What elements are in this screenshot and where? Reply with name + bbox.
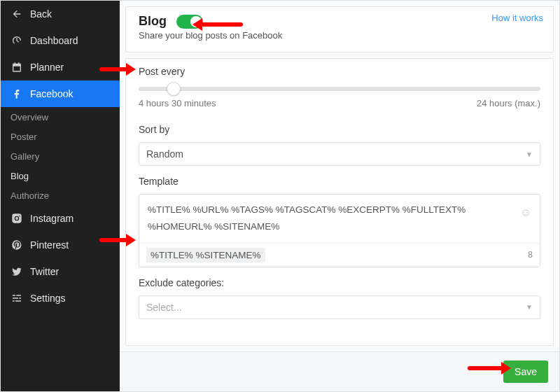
sidebar-item-label: Back — [30, 8, 52, 20]
slider-knob[interactable] — [167, 82, 181, 96]
sidebar-item-dashboard[interactable]: Dashboard — [1, 27, 120, 54]
save-button[interactable]: Save — [503, 360, 548, 383]
sidebar-sub-label: Poster — [10, 132, 37, 142]
sliders-icon — [10, 293, 23, 304]
chevron-down-icon: ▼ — [526, 303, 533, 311]
sidebar-item-label: Instagram — [30, 213, 74, 224]
header-card: How it works Blog Share your blog posts … — [125, 6, 554, 52]
sidebar-item-settings[interactable]: Settings — [1, 285, 120, 312]
sidebar-sub-overview[interactable]: Overview — [1, 107, 120, 127]
page-subtitle: Share your blog posts on Facebook — [139, 30, 540, 41]
template-value: %TITLE% %SITENAME% — [146, 248, 265, 262]
sort-by-select[interactable]: Random ▼ — [139, 142, 540, 166]
post-every-label: Post every — [139, 66, 540, 77]
exclude-categories-label: Exclude categories: — [139, 277, 540, 288]
sidebar-sub-label: Overview — [10, 112, 48, 122]
enable-toggle[interactable] — [176, 15, 203, 29]
sidebar-item-label: Facebook — [30, 88, 73, 99]
sidebar-item-label: Pinterest — [30, 239, 69, 251]
sort-by-label: Sort by — [139, 124, 540, 135]
post-interval-slider[interactable] — [139, 87, 540, 91]
sidebar-sub-poster[interactable]: Poster — [1, 127, 120, 146]
main-content: How it works Blog Share your blog posts … — [120, 1, 559, 391]
instagram-icon — [10, 213, 23, 224]
sidebar-item-label: Dashboard — [30, 35, 78, 46]
sidebar: Back Dashboard Planner Facebook Overview… — [1, 1, 120, 391]
sidebar-sub-label: Blog — [10, 171, 29, 181]
facebook-icon — [10, 88, 23, 99]
template-box: %TITLE% %URL% %TAGS% %TAGSCAT% %EXCERPT%… — [139, 194, 540, 267]
sidebar-sub-blog[interactable]: Blog — [1, 166, 120, 186]
template-placeholders[interactable]: %TITLE% %URL% %TAGS% %TAGSCAT% %EXCERPT%… — [139, 195, 540, 243]
sidebar-item-label: Planner — [30, 62, 64, 73]
sidebar-item-label: Twitter — [30, 266, 59, 277]
form-card: Post every 4 hours 30 minutes 24 hours (… — [125, 58, 554, 346]
page-title: Blog — [139, 14, 167, 29]
how-it-works-link[interactable]: How it works — [491, 13, 543, 23]
twitter-icon — [10, 266, 23, 277]
sidebar-sub-gallery[interactable]: Gallery — [1, 146, 120, 166]
slider-max-label: 24 hours (max.) — [477, 98, 540, 108]
emoji-icon[interactable]: ☺ — [520, 203, 531, 223]
sidebar-item-planner[interactable]: Planner — [1, 54, 120, 80]
sidebar-item-instagram[interactable]: Instagram — [1, 205, 120, 232]
sort-by-value: Random — [146, 148, 183, 160]
back-button[interactable]: Back — [1, 1, 120, 27]
template-char-count: 8 — [528, 250, 533, 260]
template-label: Template — [139, 176, 540, 187]
sidebar-sub-label: Authorize — [10, 190, 49, 201]
slider-min-label: 4 hours 30 minutes — [139, 98, 216, 108]
template-input[interactable]: %TITLE% %SITENAME% 8 — [139, 243, 540, 267]
sidebar-sub-label: Gallery — [10, 151, 39, 162]
calendar-icon — [10, 62, 23, 73]
exclude-placeholder: Select... — [146, 302, 182, 313]
pinterest-icon — [10, 239, 23, 251]
exclude-categories-select[interactable]: Select... ▼ — [139, 295, 540, 319]
arrow-left-icon — [10, 8, 23, 20]
sidebar-sub-authorize[interactable]: Authorize — [1, 186, 120, 205]
chevron-down-icon: ▼ — [526, 150, 533, 158]
sidebar-item-facebook[interactable]: Facebook — [1, 80, 120, 107]
sidebar-item-pinterest[interactable]: Pinterest — [1, 232, 120, 258]
placeholders-text: %TITLE% %URL% %TAGS% %TAGSCAT% %EXCERPT%… — [148, 204, 465, 232]
gauge-icon — [10, 35, 23, 46]
sidebar-item-label: Settings — [30, 293, 66, 304]
footer-bar: Save — [120, 351, 559, 391]
sidebar-item-twitter[interactable]: Twitter — [1, 258, 120, 285]
